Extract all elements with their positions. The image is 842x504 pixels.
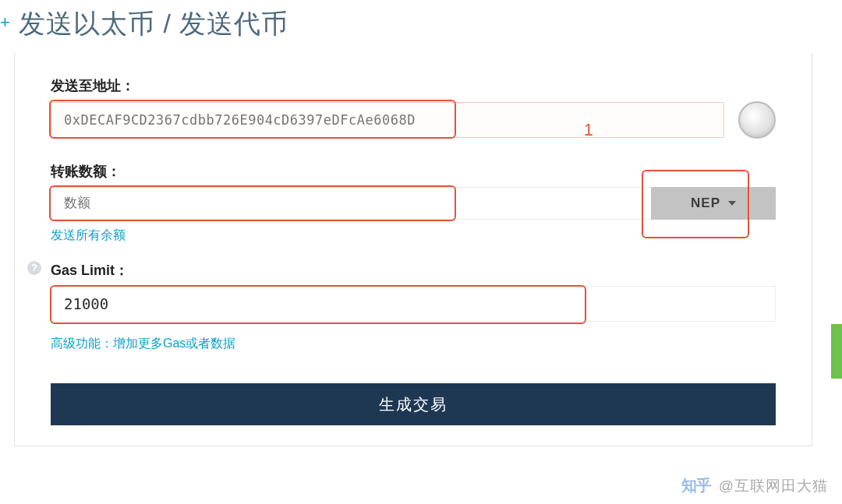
address-label: 发送至地址： [51,76,776,95]
plus-icon: + [0,12,10,33]
identicon-avatar [738,101,776,139]
annotation-marker: 1 [584,120,593,140]
page-title: 发送以太币 / 发送代币 [0,0,842,53]
help-icon[interactable]: ? [27,261,41,275]
amount-field: 转账数额： NEP 发送所有余额 [51,162,776,244]
chevron-down-icon [728,201,736,206]
advanced-gas-link[interactable]: 高级功能：增加更多Gas或者数据 [51,336,235,352]
zhihu-logo: 知乎 [681,475,711,496]
watermark: 知乎 @互联网田大猫 [681,475,828,496]
send-panel: 发送至地址： 1 转账数额： NEP 发送所有余额 ? Gas Lim [14,53,812,446]
currency-dropdown[interactable]: NEP [651,187,776,220]
amount-label: 转账数额： [51,162,776,181]
watermark-author: @互联网田大猫 [719,476,828,496]
currency-label: NEP [691,196,720,211]
gas-label: Gas Limit： [51,261,776,280]
side-accent [831,324,842,379]
send-all-link[interactable]: 发送所有余额 [51,227,126,244]
amount-input[interactable] [51,188,651,219]
gas-field: ? Gas Limit： 高级功能：增加更多Gas或者数据 [51,261,776,352]
address-field: 发送至地址： 1 [51,76,776,139]
generate-transaction-button[interactable]: 生成交易 [51,383,776,425]
gas-limit-input[interactable] [51,287,775,321]
address-input[interactable] [51,103,723,137]
